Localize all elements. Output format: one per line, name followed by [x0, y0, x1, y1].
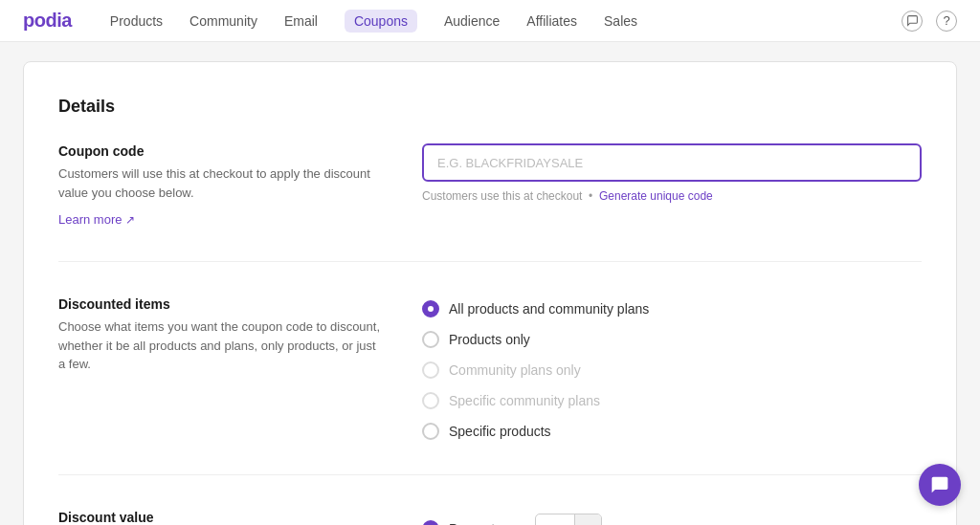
main-content: Details Coupon code Customers will use t…	[0, 42, 980, 525]
divider-2	[58, 474, 922, 475]
discounted-items-label: Discounted items	[58, 296, 384, 312]
nav-audience[interactable]: Audience	[444, 10, 500, 33]
radio-specific-products-circle	[422, 423, 439, 440]
radio-all-products-circle	[422, 300, 439, 317]
discount-value-row: Discount value Choose whether you want t…	[58, 510, 922, 525]
nav-affiliates[interactable]: Affiliates	[526, 10, 577, 33]
radio-percentage[interactable]: Percentage %	[422, 514, 922, 525]
help-icon[interactable]: ?	[936, 11, 957, 32]
discount-value-left: Discount value Choose whether you want t…	[58, 510, 384, 525]
nav-products[interactable]: Products	[110, 10, 163, 33]
nav-coupons[interactable]: Coupons	[345, 10, 417, 33]
message-icon[interactable]	[902, 11, 923, 32]
discounted-items-left: Discounted items Choose what items you w…	[58, 296, 384, 440]
discount-value-radio-group: Percentage % Amount $1	[422, 510, 922, 525]
nav-community[interactable]: Community	[189, 10, 257, 33]
radio-community-plans-circle	[422, 361, 439, 379]
radio-specific-products[interactable]: Specific products	[422, 423, 922, 440]
discounted-items-row: Discounted items Choose what items you w…	[58, 296, 922, 440]
discount-radio-group: All products and community plans Product…	[422, 296, 922, 440]
main-nav: Products Community Email Coupons Audienc…	[110, 10, 902, 33]
nav-email[interactable]: Email	[284, 10, 318, 33]
discounted-items-desc: Choose what items you want the coupon co…	[58, 317, 384, 374]
discounted-items-right: All products and community plans Product…	[422, 296, 922, 440]
percentage-input[interactable]	[536, 522, 574, 526]
header-icons: ?	[902, 11, 957, 32]
coupon-code-row: Coupon code Customers will use this at c…	[58, 143, 922, 227]
generate-code-link[interactable]: Generate unique code	[599, 189, 713, 203]
discount-value-right: Percentage % Amount $1	[422, 510, 922, 525]
header: podia Products Community Email Coupons A…	[0, 0, 980, 42]
coupon-code-input[interactable]	[422, 143, 922, 182]
radio-specific-community-circle	[422, 392, 439, 409]
coupon-code-desc: Customers will use this at checkout to a…	[58, 164, 384, 202]
coupon-code-right: Customers use this at checkout • Generat…	[422, 143, 922, 227]
discount-value-label: Discount value	[58, 510, 384, 525]
radio-all-products[interactable]: All products and community plans	[422, 300, 922, 317]
divider-1	[58, 261, 922, 262]
chat-fab[interactable]	[919, 464, 961, 506]
learn-more-link[interactable]: Learn more	[58, 212, 135, 227]
radio-community-plans: Community plans only	[422, 361, 922, 379]
percentage-input-wrap: %	[535, 514, 603, 525]
card-title: Details	[58, 97, 922, 117]
coupon-code-left: Coupon code Customers will use this at c…	[58, 143, 384, 227]
radio-percentage-circle	[422, 520, 439, 525]
radio-products-only-circle	[422, 331, 439, 348]
radio-products-only[interactable]: Products only	[422, 331, 922, 348]
logo[interactable]: podia	[23, 10, 72, 32]
percent-symbol: %	[574, 514, 602, 525]
nav-sales[interactable]: Sales	[604, 10, 637, 33]
coupon-code-label: Coupon code	[58, 143, 384, 159]
coupon-hint: Customers use this at checkout • Generat…	[422, 189, 922, 203]
radio-specific-community: Specific community plans	[422, 392, 922, 409]
details-card: Details Coupon code Customers will use t…	[23, 61, 957, 525]
